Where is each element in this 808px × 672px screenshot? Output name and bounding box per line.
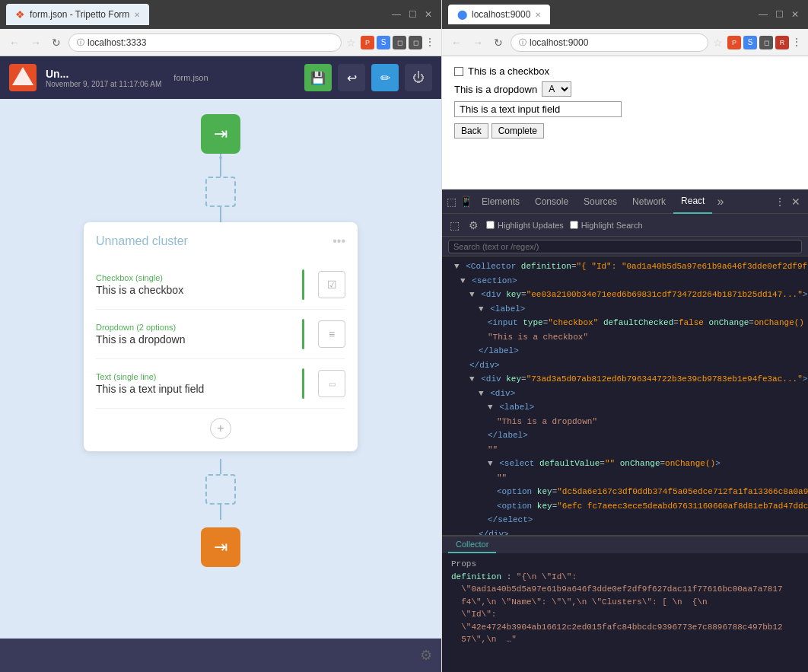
right-panel: ⬤ localhost:9000 ✕ — ☐ ✕ ← → ↻ ⓘ localho… bbox=[441, 0, 808, 672]
left-browser-tab[interactable]: ❖ form.json - Tripetto Form ✕ bbox=[6, 4, 149, 25]
right-menu-icon[interactable]: ⋮ bbox=[791, 36, 802, 49]
right-maximize-btn[interactable]: ☐ bbox=[775, 9, 784, 20]
bookmark-icon[interactable]: ☆ bbox=[346, 37, 356, 49]
highlight-search-label[interactable]: Highlight Search bbox=[570, 221, 643, 230]
left-tab-close[interactable]: ✕ bbox=[134, 11, 140, 19]
start-node[interactable]: ⇥ bbox=[201, 114, 240, 154]
dom-empty-str2: "" bbox=[442, 471, 808, 486]
dom-label-1[interactable]: ▼ <label> bbox=[442, 302, 808, 317]
connector-bot bbox=[220, 459, 221, 474]
ext-icon-3: ◻ bbox=[393, 36, 406, 49]
edit-btn[interactable]: ✏ bbox=[371, 64, 399, 91]
add-item-btn[interactable]: + bbox=[96, 418, 345, 439]
back-nav-btn[interactable]: ← bbox=[6, 35, 23, 50]
devtools-cursor-btn[interactable]: ⬚ bbox=[448, 218, 461, 233]
right-browser-chrome: ⬤ localhost:9000 ✕ — ☐ ✕ bbox=[442, 0, 808, 29]
power-btn[interactable]: ⏻ bbox=[405, 64, 432, 91]
right-close-btn[interactable]: ✕ bbox=[791, 9, 799, 20]
form-item-label-dropdown: This is a dropdown bbox=[96, 333, 294, 346]
dom-div-1[interactable]: ▼ <div key="ee03a2100b34e71eed6b69831cdf… bbox=[442, 288, 808, 302]
right-bookmark-icon[interactable]: ☆ bbox=[713, 37, 723, 49]
form-item-text[interactable]: Text (single line) This is a text input … bbox=[96, 359, 345, 409]
devtools-settings-btn[interactable]: ⋮ bbox=[775, 196, 785, 208]
devtools-device-btn[interactable]: 📱 bbox=[458, 194, 474, 209]
address-bar-right[interactable]: ⓘ localhost:9000 bbox=[511, 33, 708, 52]
undo-icon: ↩ bbox=[347, 71, 357, 85]
right-back-btn[interactable]: ← bbox=[448, 35, 465, 50]
minimize-btn[interactable]: — bbox=[392, 9, 401, 20]
toggle-collector[interactable]: ▼ bbox=[454, 262, 460, 271]
tripetto-icon: ❖ bbox=[15, 8, 25, 21]
dom-input-checkbox[interactable]: <input type="checkbox" defaultChecked=fa… bbox=[442, 316, 808, 330]
highlight-updates-label[interactable]: Highlight Updates bbox=[486, 221, 564, 230]
dashed-node-bot bbox=[205, 474, 236, 505]
dom-div-2[interactable]: ▼ <div key="73ad3a5d07ab812ed6b796344722… bbox=[442, 372, 808, 387]
dom-option-2[interactable]: <option key="6efc fc7aeec3ece5deabd67631… bbox=[442, 499, 808, 514]
dom-select[interactable]: ▼ <select defaultValue="" onChange=onCha… bbox=[442, 457, 808, 471]
right-browser-tab[interactable]: ⬤ localhost:9000 ✕ bbox=[448, 5, 550, 24]
dom-option-1[interactable]: <option key="dc5da6e167c3df0ddb374f5a05e… bbox=[442, 485, 808, 499]
back-button[interactable]: Back bbox=[454, 123, 488, 139]
undo-btn[interactable]: ↩ bbox=[338, 64, 365, 91]
settings-icon[interactable]: ⚙ bbox=[420, 647, 432, 664]
tab-react[interactable]: React bbox=[673, 189, 712, 214]
collector-root-line[interactable]: ▼ <Collector definition="{ "Id": "0ad1a4… bbox=[442, 260, 808, 274]
dom-section[interactable]: ▼ <section> bbox=[442, 274, 808, 288]
devtools-inspect-btn[interactable]: ⬚ bbox=[445, 194, 458, 209]
devtools-dom-tree: ▼ <Collector definition="{ "Id": "0ad1a4… bbox=[442, 256, 808, 535]
tab-sources[interactable]: Sources bbox=[576, 189, 625, 214]
devtools-gear-btn[interactable]: ⚙ bbox=[467, 218, 480, 233]
highlight-search-checkbox[interactable] bbox=[570, 221, 578, 229]
collector-tab[interactable]: Collector bbox=[448, 537, 496, 553]
devtools-actions: ⋮ ✕ bbox=[775, 196, 805, 208]
address-text-left: localhost:3333 bbox=[87, 37, 146, 48]
app-title: Un... bbox=[46, 68, 161, 80]
address-text-right: localhost:9000 bbox=[530, 37, 588, 48]
props-val-5: 57\",\n …" bbox=[451, 633, 799, 646]
menu-icon-left[interactable]: ⋮ bbox=[425, 36, 435, 49]
form-item-type-text: Text (single line) bbox=[96, 372, 294, 381]
dom-label-2[interactable]: ▼ <label> bbox=[442, 400, 808, 415]
lock-icon: ⓘ bbox=[77, 37, 84, 48]
app-subtitle: November 9, 2017 at 11:17:06 AM bbox=[46, 80, 161, 88]
cluster-menu-btn[interactable]: ••• bbox=[332, 234, 345, 248]
text-input-field[interactable] bbox=[454, 101, 622, 117]
ext-icons: P S ◻ ◻ ⋮ bbox=[361, 36, 435, 49]
right-minimize-btn[interactable]: — bbox=[759, 9, 768, 20]
app-filename: form.json bbox=[173, 73, 208, 82]
right-forward-btn[interactable]: → bbox=[469, 35, 486, 50]
maximize-btn[interactable]: ☐ bbox=[409, 9, 417, 20]
form-item-checkbox[interactable]: Checkbox (single) This is a checkbox ☑ bbox=[96, 260, 345, 310]
right-tab-close[interactable]: ✕ bbox=[535, 11, 541, 19]
dom-div-inner[interactable]: ▼ <div> bbox=[442, 387, 808, 401]
tab-console[interactable]: Console bbox=[527, 189, 576, 214]
end-node[interactable]: ⇥ bbox=[201, 527, 240, 567]
close-btn[interactable]: ✕ bbox=[425, 9, 432, 20]
devtools-more-btn[interactable]: » bbox=[712, 195, 728, 209]
form-item-info-checkbox: Checkbox (single) This is a checkbox bbox=[96, 273, 294, 296]
chrome-icon: ⬤ bbox=[457, 9, 467, 20]
tab-network[interactable]: Network bbox=[625, 189, 673, 214]
canvas-area: ⇥ Unnamed cluster ••• Checkbox (single) … bbox=[0, 99, 441, 639]
checkbox-input[interactable] bbox=[454, 67, 463, 76]
dom-label-close-2: </label> bbox=[442, 428, 808, 443]
add-icon[interactable]: + bbox=[210, 418, 231, 439]
address-bar-left[interactable]: ⓘ localhost:3333 bbox=[68, 33, 342, 52]
form-item-label-checkbox: This is a checkbox bbox=[96, 284, 294, 296]
form-item-dropdown[interactable]: Dropdown (2 options) This is a dropdown … bbox=[96, 310, 345, 359]
complete-button[interactable]: Complete bbox=[491, 123, 544, 139]
devtools-close-btn[interactable]: ✕ bbox=[791, 196, 800, 208]
right-reload-btn[interactable]: ↻ bbox=[491, 35, 506, 50]
tab-elements[interactable]: Elements bbox=[474, 189, 527, 214]
right-lock-icon: ⓘ bbox=[519, 37, 526, 48]
reload-btn[interactable]: ↻ bbox=[49, 35, 64, 50]
devtools-search-input[interactable] bbox=[448, 240, 802, 253]
green-bar-checkbox bbox=[302, 269, 304, 300]
dropdown-select[interactable]: A bbox=[542, 81, 571, 97]
forward-nav-btn[interactable]: → bbox=[27, 35, 44, 50]
devtools-search-bar bbox=[442, 237, 808, 256]
text-input-row bbox=[454, 101, 796, 117]
save-btn[interactable]: 💾 bbox=[304, 64, 332, 91]
app-header: Un... November 9, 2017 at 11:17:06 AM fo… bbox=[0, 56, 441, 99]
highlight-updates-checkbox[interactable] bbox=[486, 221, 495, 229]
